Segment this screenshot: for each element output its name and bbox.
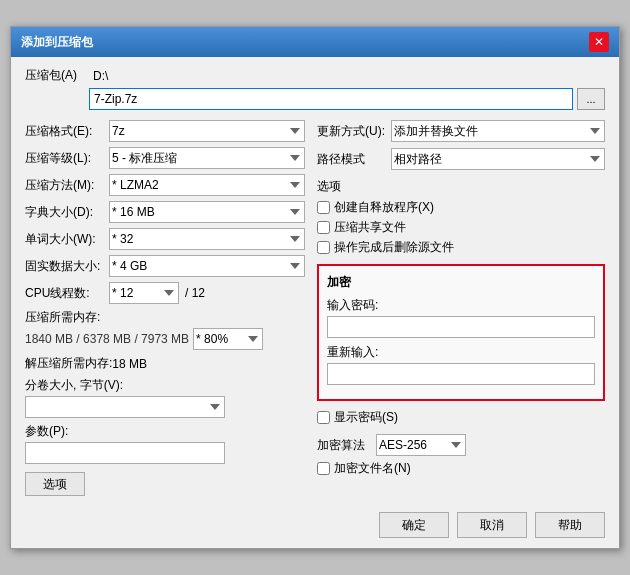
- reenter-field-row: 重新输入:: [327, 344, 595, 385]
- cb3-checkbox[interactable]: [317, 241, 330, 254]
- memory-select-row: 1840 MB / 6378 MB / 7973 MB * 80%: [25, 328, 305, 350]
- help-button[interactable]: 帮助: [535, 512, 605, 538]
- encrypt-method-select[interactable]: AES-256: [376, 434, 466, 456]
- password-field-row: 输入密码:: [327, 297, 595, 338]
- dict-row: 字典大小(D): * 16 MB: [25, 201, 305, 223]
- memory-values: 1840 MB / 6378 MB / 7973 MB: [25, 332, 189, 346]
- cb1-checkbox[interactable]: [317, 201, 330, 214]
- title-bar: 添加到压缩包 ✕: [11, 27, 619, 57]
- archive-input-row: ...: [25, 88, 605, 110]
- ok-button[interactable]: 确定: [379, 512, 449, 538]
- word-row: 单词大小(W): * 32: [25, 228, 305, 250]
- archive-row: 压缩包(A) D:\: [25, 67, 605, 84]
- left-panel: 压缩格式(E): 7z 压缩等级(L): 5 - 标准压缩 压缩方法(M): *…: [25, 120, 305, 496]
- cancel-button[interactable]: 取消: [457, 512, 527, 538]
- word-select[interactable]: * 32: [109, 228, 305, 250]
- decomp-label: 解压缩所需内存:: [25, 355, 112, 372]
- param-label: 参数(P):: [25, 423, 305, 440]
- right-panel: 更新方式(U): 添加并替换文件 路径模式 相对路径 选项 创建自释放程序(X): [317, 120, 605, 496]
- memory-pct-select[interactable]: * 80%: [193, 328, 263, 350]
- show-password-row: 显示密码(S): [317, 409, 605, 426]
- show-password-label: 显示密码(S): [334, 409, 398, 426]
- level-label: 压缩等级(L):: [25, 150, 105, 167]
- cb2-checkbox[interactable]: [317, 221, 330, 234]
- path-mode-select[interactable]: 相对路径: [391, 148, 605, 170]
- options-title: 选项: [317, 178, 605, 195]
- main-content: 压缩格式(E): 7z 压缩等级(L): 5 - 标准压缩 压缩方法(M): *…: [25, 120, 605, 496]
- memory-label: 压缩所需内存:: [25, 310, 100, 324]
- encrypt-method-row: 加密算法 AES-256: [317, 434, 605, 456]
- param-row: 参数(P):: [25, 423, 305, 464]
- level-row: 压缩等级(L): 5 - 标准压缩: [25, 147, 305, 169]
- archive-input[interactable]: [89, 88, 573, 110]
- options-button[interactable]: 选项: [25, 472, 85, 496]
- param-input[interactable]: [25, 442, 225, 464]
- memory-row: 压缩所需内存: 1840 MB / 6378 MB / 7973 MB * 80…: [25, 309, 305, 350]
- archive-path-prefix: D:\: [93, 69, 108, 83]
- volume-select[interactable]: [25, 396, 225, 418]
- level-select[interactable]: 5 - 标准压缩: [109, 147, 305, 169]
- encrypt-title: 加密: [327, 274, 595, 291]
- volume-label: 分卷大小, 字节(V):: [25, 377, 305, 394]
- encrypt-method-label: 加密算法: [317, 437, 372, 454]
- archive-input-wrap: ...: [89, 88, 605, 110]
- decomp-value: 18 MB: [112, 357, 147, 371]
- update-label: 更新方式(U):: [317, 123, 387, 140]
- cb1-row: 创建自释放程序(X): [317, 199, 605, 216]
- format-select[interactable]: 7z: [109, 120, 305, 142]
- method-row: 压缩方法(M): * LZMA2: [25, 174, 305, 196]
- cb3-row: 操作完成后删除源文件: [317, 239, 605, 256]
- path-mode-row: 路径模式 相对路径: [317, 148, 605, 170]
- reenter-label: 重新输入:: [327, 344, 595, 361]
- password-input[interactable]: [327, 316, 595, 338]
- options-section: 选项 创建自释放程序(X) 压缩共享文件 操作完成后删除源文件: [317, 178, 605, 256]
- cpu-select[interactable]: * 12: [109, 282, 179, 304]
- dialog-body: 压缩包(A) D:\ ... 压缩格式(E): 7z 压缩等级(L):: [11, 57, 619, 504]
- reenter-input[interactable]: [327, 363, 595, 385]
- dict-label: 字典大小(D):: [25, 204, 105, 221]
- decomp-row: 解压缩所需内存: 18 MB: [25, 355, 305, 372]
- encrypt-filename-label: 加密文件名(N): [334, 460, 411, 477]
- method-select[interactable]: * LZMA2: [109, 174, 305, 196]
- cpu-row: CPU线程数: * 12 / 12: [25, 282, 305, 304]
- cb1-label: 创建自释放程序(X): [334, 199, 434, 216]
- update-select[interactable]: 添加并替换文件: [391, 120, 605, 142]
- solid-select[interactable]: * 4 GB: [109, 255, 305, 277]
- cb2-row: 压缩共享文件: [317, 219, 605, 236]
- cpu-max: / 12: [185, 286, 205, 300]
- method-label: 压缩方法(M):: [25, 177, 105, 194]
- close-button[interactable]: ✕: [589, 32, 609, 52]
- word-label: 单词大小(W):: [25, 231, 105, 248]
- dialog-footer: 确定 取消 帮助: [11, 504, 619, 548]
- browse-button[interactable]: ...: [577, 88, 605, 110]
- encrypt-filename-row: 加密文件名(N): [317, 460, 605, 477]
- password-label: 输入密码:: [327, 297, 595, 314]
- cpu-label: CPU线程数:: [25, 285, 105, 302]
- dict-select[interactable]: * 16 MB: [109, 201, 305, 223]
- show-password-checkbox[interactable]: [317, 411, 330, 424]
- solid-label: 固实数据大小:: [25, 258, 105, 275]
- dialog-title: 添加到压缩包: [21, 34, 93, 51]
- archive-label: 压缩包(A): [25, 67, 85, 84]
- update-row: 更新方式(U): 添加并替换文件: [317, 120, 605, 142]
- path-mode-label: 路径模式: [317, 151, 387, 168]
- volume-row: 分卷大小, 字节(V):: [25, 377, 305, 418]
- solid-row: 固实数据大小: * 4 GB: [25, 255, 305, 277]
- options-btn-row: 选项: [25, 472, 305, 496]
- encrypt-box: 加密 输入密码: 重新输入:: [317, 264, 605, 401]
- format-row: 压缩格式(E): 7z: [25, 120, 305, 142]
- format-label: 压缩格式(E):: [25, 123, 105, 140]
- cb3-label: 操作完成后删除源文件: [334, 239, 454, 256]
- encrypt-filename-checkbox[interactable]: [317, 462, 330, 475]
- cb2-label: 压缩共享文件: [334, 219, 406, 236]
- main-dialog: 添加到压缩包 ✕ 压缩包(A) D:\ ... 压缩格式(E): 7z: [10, 26, 620, 549]
